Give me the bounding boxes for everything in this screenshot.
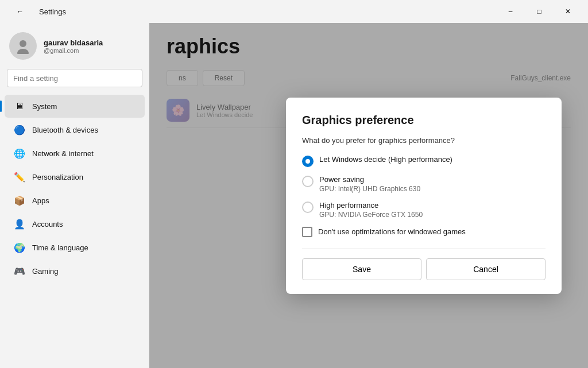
gaming-icon: 🎮	[14, 265, 25, 277]
avatar	[9, 32, 37, 60]
sidebar-item-label: Time & language	[32, 243, 88, 252]
option-sub: GPU: Intel(R) UHD Graphics 630	[319, 185, 420, 193]
option-text-power: Power saving GPU: Intel(R) UHD Graphics …	[319, 175, 420, 193]
save-button[interactable]: Save	[302, 258, 421, 280]
cancel-button[interactable]: Cancel	[426, 258, 546, 280]
bluetooth-icon: 🔵	[14, 124, 25, 135]
title-bar: ← Settings – □ ✕	[0, 0, 588, 23]
sidebar-item-accounts[interactable]: 👤 Accounts	[5, 212, 145, 235]
accounts-icon: 👤	[14, 218, 25, 230]
radio-windows-decide[interactable]	[302, 156, 314, 167]
time-icon: 🌍	[14, 242, 25, 253]
sidebar-item-time[interactable]: 🌍 Time & language	[5, 236, 145, 259]
user-email: @gmail.com	[44, 47, 103, 54]
radio-high-performance[interactable]	[302, 202, 314, 213]
back-button[interactable]: ←	[7, 2, 33, 21]
sidebar-item-gaming[interactable]: 🎮 Gaming	[5, 259, 145, 282]
personalization-icon: ✏️	[14, 171, 25, 183]
sidebar-item-label: Apps	[32, 196, 49, 205]
checkbox-label: Don't use optimizations for windowed gam…	[318, 227, 466, 236]
graphics-preference-dialog: Graphics preference What do you prefer f…	[286, 98, 562, 294]
dialog-question: What do you prefer for graphics performa…	[302, 136, 546, 145]
sidebar-item-label: Network & internet	[32, 149, 94, 158]
title-bar-left: ← Settings	[7, 2, 66, 21]
user-info: gaurav bidasaria @gmail.com	[44, 38, 103, 54]
sidebar-item-network[interactable]: 🌐 Network & internet	[5, 142, 145, 165]
system-icon: 🖥	[14, 100, 25, 112]
option-label: High performance	[319, 201, 423, 210]
sidebar-item-bluetooth[interactable]: 🔵 Bluetooth & devices	[5, 118, 145, 141]
minimize-button[interactable]: –	[497, 2, 524, 21]
search-input[interactable]	[7, 69, 142, 87]
sidebar-item-system[interactable]: 🖥 System	[5, 95, 145, 118]
option-high-performance[interactable]: High performance GPU: NVIDIA GeForce GTX…	[302, 201, 546, 219]
sidebar-item-apps[interactable]: 📦 Apps	[5, 189, 145, 212]
content-area: raphics ns Reset FallGuys_client.exe 🌸 L…	[149, 23, 588, 368]
sidebar: gaurav bidasaria @gmail.com 🖥 System 🔵 B…	[0, 23, 149, 368]
checkbox-box[interactable]	[302, 227, 312, 237]
option-power-saving[interactable]: Power saving GPU: Intel(R) UHD Graphics …	[302, 175, 546, 193]
sidebar-item-label: Accounts	[32, 220, 63, 228]
dialog-actions: Save Cancel	[302, 258, 546, 280]
dialog-divider	[302, 249, 546, 249]
close-button[interactable]: ✕	[555, 2, 581, 21]
sidebar-item-label: Personalization	[32, 173, 83, 181]
option-label: Let Windows decide (High performance)	[319, 155, 452, 164]
sidebar-item-label: System	[32, 102, 57, 111]
sidebar-item-label: Bluetooth & devices	[32, 126, 98, 134]
settings-title: Settings	[39, 7, 66, 16]
svg-point-0	[20, 40, 26, 47]
sidebar-item-label: Gaming	[32, 267, 59, 276]
sidebar-item-personalization[interactable]: ✏️ Personalization	[5, 165, 145, 188]
option-sub: GPU: NVIDIA GeForce GTX 1650	[319, 211, 423, 219]
user-profile[interactable]: gaurav bidasaria @gmail.com	[0, 23, 149, 67]
window-controls: – □ ✕	[497, 2, 581, 21]
svg-point-1	[17, 49, 29, 54]
main-layout: gaurav bidasaria @gmail.com 🖥 System 🔵 B…	[0, 23, 588, 368]
option-text-windows: Let Windows decide (High performance)	[319, 155, 452, 164]
maximize-button[interactable]: □	[526, 2, 552, 21]
search-box	[7, 69, 142, 87]
dialog-title: Graphics preference	[302, 114, 546, 127]
radio-power-saving[interactable]	[302, 176, 314, 187]
network-icon: 🌐	[14, 148, 25, 159]
option-text-high: High performance GPU: NVIDIA GeForce GTX…	[319, 201, 423, 219]
nav-list: 🖥 System 🔵 Bluetooth & devices 🌐 Network…	[0, 92, 149, 368]
option-windows-decide[interactable]: Let Windows decide (High performance)	[302, 155, 546, 167]
option-label: Power saving	[319, 175, 420, 184]
apps-icon: 📦	[14, 195, 25, 206]
user-name: gaurav bidasaria	[44, 38, 103, 47]
checkbox-windowed-games[interactable]: Don't use optimizations for windowed gam…	[302, 227, 546, 237]
